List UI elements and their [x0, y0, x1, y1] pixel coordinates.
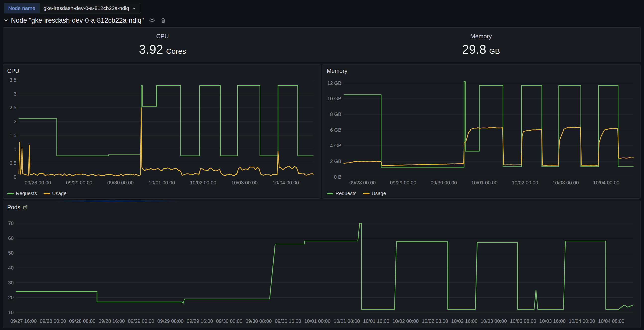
svg-text:09/30 08:00: 09/30 08:00: [245, 318, 272, 324]
memory-panel-title: Memory: [327, 68, 348, 74]
legend-label: Requests: [16, 191, 37, 196]
svg-text:09/28 00:00: 09/28 00:00: [25, 180, 51, 186]
variable-value-text: gke-iresdash-dev-0-a-812cb22a-ndlq: [44, 5, 129, 11]
variable-label: Node name: [4, 3, 39, 13]
svg-text:10/01 00:00: 10/01 00:00: [148, 180, 175, 186]
svg-text:10/03 00:00: 10/03 00:00: [552, 180, 579, 186]
pods-panel-title: Pods: [7, 204, 20, 211]
gear-icon: [149, 17, 155, 24]
svg-text:1: 1: [14, 146, 16, 152]
svg-text:8 GB: 8 GB: [330, 112, 342, 117]
svg-text:12 GB: 12 GB: [327, 80, 342, 86]
memory-stat: Memory 29.8 GB: [322, 28, 640, 62]
svg-text:09/28 16:00: 09/28 16:00: [98, 318, 125, 324]
memory-stat-value: 29.8: [462, 42, 486, 57]
memory-panel: Memory 0 B2 GB4 GB6 GB8 GB10 GB12 GB09/2…: [322, 64, 640, 198]
memory-stat-label: Memory: [470, 33, 492, 40]
legend-item-requests[interactable]: Requests: [7, 191, 37, 196]
panel-links-icon[interactable]: [23, 204, 28, 210]
memory-chart[interactable]: 0 B2 GB4 GB6 GB8 GB10 GB12 GB09/28 00:00…: [324, 76, 639, 187]
node-stats-panel: CPU 3.92 Cores Memory 29.8 GB: [3, 28, 640, 62]
variable-node-name: Node name gke-iresdash-dev-0-a-812cb22a-…: [4, 3, 140, 14]
svg-text:3: 3: [14, 91, 16, 96]
svg-text:09/30 16:00: 09/30 16:00: [275, 318, 301, 324]
svg-text:6 GB: 6 GB: [330, 127, 342, 133]
svg-text:0 B: 0 B: [334, 174, 342, 180]
svg-text:1.5: 1.5: [10, 133, 16, 138]
svg-text:40: 40: [8, 265, 14, 270]
pods-panel-header[interactable]: Pods: [7, 203, 28, 211]
cpu-stat: CPU 3.92 Cores: [3, 28, 322, 62]
svg-text:09/27 16:00: 09/27 16:00: [10, 318, 37, 324]
legend-label: Usage: [52, 191, 67, 196]
svg-text:09/28 00:00: 09/28 00:00: [349, 180, 376, 186]
svg-text:09/29 08:00: 09/29 08:00: [157, 318, 184, 324]
svg-text:10/03 08:00: 10/03 08:00: [510, 318, 536, 324]
svg-text:10/03 00:00: 10/03 00:00: [480, 318, 507, 324]
svg-text:10/01 08:00: 10/01 08:00: [334, 318, 360, 324]
legend-item-usage[interactable]: Usage: [363, 191, 386, 196]
svg-text:10/02 00:00: 10/02 00:00: [190, 180, 216, 186]
svg-text:10/02 00:00: 10/02 00:00: [392, 318, 419, 324]
svg-text:09/29 00:00: 09/29 00:00: [66, 180, 92, 186]
legend-label: Requests: [336, 191, 356, 196]
svg-text:09/30 00:00: 09/30 00:00: [216, 318, 242, 324]
svg-text:0: 0: [14, 174, 16, 180]
svg-text:10/04 00:00: 10/04 00:00: [593, 180, 619, 186]
svg-text:10/04 08:00: 10/04 08:00: [598, 318, 624, 324]
row-delete-button[interactable]: [160, 18, 166, 24]
cpu-panel: CPU 00.511.522.533.509/28 00:0009/29 00:…: [3, 64, 320, 198]
svg-text:50: 50: [8, 250, 14, 256]
legend-item-usage[interactable]: Usage: [44, 191, 67, 196]
panel-loading-indicator: [53, 200, 182, 201]
legend-item-requests[interactable]: Requests: [327, 191, 356, 196]
memory-stat-unit: GB: [489, 47, 500, 56]
legend-swatch: [327, 193, 333, 194]
cpu-stat-label: CPU: [156, 33, 169, 40]
pods-chart[interactable]: 1020304050607009/27 16:0009/28 00:0009/2…: [4, 214, 639, 325]
legend-swatch: [44, 193, 50, 194]
svg-text:30: 30: [8, 280, 14, 286]
pods-panel: Pods 1020304050607009/27 16:0009/28 00:0…: [3, 200, 640, 328]
row-collapse-toggle[interactable]: Node "gke-iresdash-dev-0-a-812cb22a-ndlq…: [4, 17, 144, 24]
cpu-stat-value: 3.92: [139, 42, 163, 57]
chevron-down-icon: [132, 6, 136, 10]
svg-text:10: 10: [8, 310, 14, 315]
row-header: Node "gke-iresdash-dev-0-a-812cb22a-ndlq…: [4, 16, 166, 26]
cpu-stat-value-row: 3.92 Cores: [139, 42, 186, 57]
svg-text:10/01 16:00: 10/01 16:00: [363, 318, 390, 324]
cpu-stat-unit: Cores: [166, 47, 186, 56]
template-variables-bar: Node name gke-iresdash-dev-0-a-812cb22a-…: [4, 3, 140, 14]
svg-text:10/03 00:00: 10/03 00:00: [231, 180, 258, 186]
svg-text:10/02 08:00: 10/02 08:00: [422, 318, 448, 324]
legend-label: Usage: [372, 191, 386, 196]
svg-text:09/29 00:00: 09/29 00:00: [390, 180, 416, 186]
memory-panel-header[interactable]: Memory: [327, 67, 348, 75]
svg-text:20: 20: [8, 295, 14, 300]
trash-icon: [160, 18, 166, 24]
memory-legend: RequestsUsage: [327, 191, 386, 196]
svg-text:09/28 08:00: 09/28 08:00: [69, 318, 96, 324]
cpu-panel-header[interactable]: CPU: [7, 67, 20, 75]
svg-text:10/01 00:00: 10/01 00:00: [304, 318, 331, 324]
cpu-legend: RequestsUsage: [7, 191, 66, 196]
svg-text:10/04 00:00: 10/04 00:00: [568, 318, 595, 324]
svg-text:09/29 00:00: 09/29 00:00: [128, 318, 154, 324]
svg-text:10 GB: 10 GB: [327, 96, 342, 101]
svg-text:0.5: 0.5: [10, 160, 16, 166]
row-settings-button[interactable]: [149, 17, 155, 24]
svg-text:60: 60: [8, 236, 14, 241]
row-title: Node "gke-iresdash-dev-0-a-812cb22a-ndlq…: [11, 17, 144, 24]
svg-text:3.5: 3.5: [10, 77, 16, 82]
variable-value-dropdown[interactable]: gke-iresdash-dev-0-a-812cb22a-ndlq: [39, 3, 140, 13]
memory-stat-value-row: 29.8 GB: [462, 42, 500, 57]
svg-text:2 GB: 2 GB: [330, 158, 342, 164]
legend-swatch: [363, 193, 370, 194]
svg-text:10/02 16:00: 10/02 16:00: [451, 318, 478, 324]
svg-text:4 GB: 4 GB: [330, 143, 342, 148]
svg-text:10/03 16:00: 10/03 16:00: [539, 318, 566, 324]
chevron-down-icon: [4, 18, 8, 23]
cpu-chart[interactable]: 00.511.522.533.509/28 00:0009/29 00:0009…: [4, 76, 319, 187]
legend-swatch: [7, 193, 14, 194]
cpu-panel-title: CPU: [7, 68, 20, 74]
